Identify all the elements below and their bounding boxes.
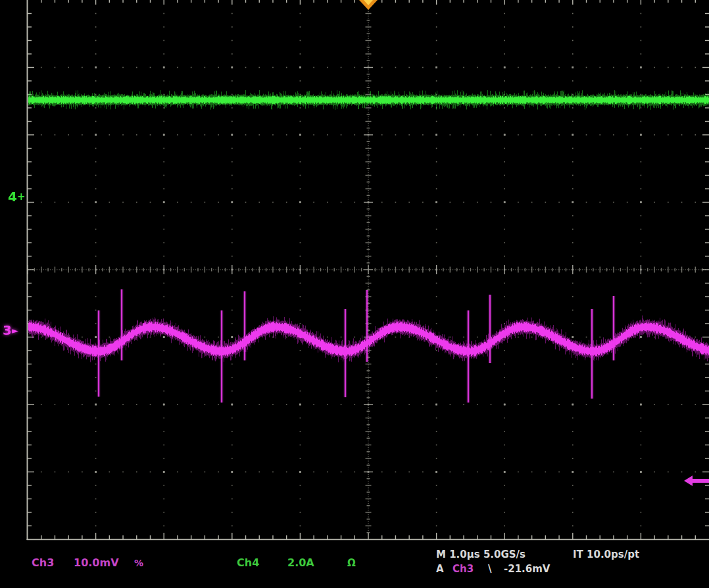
trigger-source-readout: Ch3 bbox=[452, 563, 474, 575]
ch4-scale-readout: 2.0A bbox=[287, 557, 314, 569]
ch3-scale-readout: 10.0mV bbox=[74, 557, 119, 569]
ch3-channel-label: Ch3 bbox=[32, 557, 54, 569]
graticule-canvas bbox=[0, 0, 709, 546]
ch3-position-label: 3 bbox=[3, 322, 12, 338]
trigger-mode-label: A bbox=[436, 563, 444, 575]
acquisition-readout: IT 10.0ps/pt bbox=[573, 549, 639, 560]
ch3-position-marker[interactable]: 3► bbox=[3, 322, 18, 339]
ch4-position-arrow-icon: + bbox=[17, 191, 26, 203]
oscilloscope-screen: 4+ 3► Ch3 10.0mV % Ch4 2.0A Ω M 1.0µs 5.… bbox=[0, 0, 709, 588]
trigger-position-marker-highlight bbox=[364, 0, 373, 5]
trigger-slope-icon: \ bbox=[488, 563, 491, 575]
trigger-level-marker[interactable] bbox=[684, 476, 709, 486]
trigger-level-arrow-shaft bbox=[692, 479, 709, 483]
trigger-position-marker[interactable] bbox=[359, 0, 378, 10]
ch4-position-label: 4 bbox=[8, 189, 17, 205]
timebase-readout: M 1.0µs 5.0GS/s bbox=[436, 549, 526, 560]
ch4-impedance-icon: Ω bbox=[347, 557, 356, 569]
ch3-position-arrow-icon: ► bbox=[12, 326, 18, 335]
ch4-position-marker[interactable]: 4+ bbox=[8, 189, 26, 205]
trigger-level-readout: -21.6mV bbox=[504, 563, 550, 575]
ch3-coupling-icon: % bbox=[134, 557, 143, 569]
ch4-channel-label: Ch4 bbox=[237, 557, 259, 569]
